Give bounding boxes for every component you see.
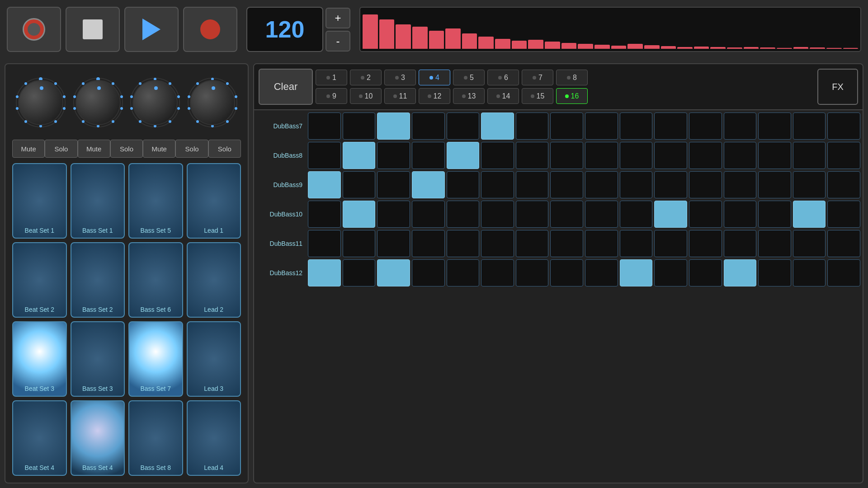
step-cell[interactable] [793, 201, 826, 228]
bpm-minus-button[interactable]: - [326, 31, 350, 52]
step-cell[interactable] [585, 113, 618, 140]
step-cell[interactable] [585, 230, 618, 257]
step-cell[interactable] [724, 113, 757, 140]
pad-bass-set-2[interactable]: Bass Set 2 [71, 242, 125, 318]
step-cell[interactable] [827, 113, 860, 140]
step-btn-3[interactable]: 3 [384, 70, 416, 85]
step-cell[interactable] [689, 171, 722, 198]
step-cell[interactable] [412, 201, 445, 228]
step-btn-16[interactable]: 16 [556, 88, 588, 104]
pad-lead-2[interactable]: Lead 2 [187, 242, 241, 318]
knob-4[interactable] [190, 80, 235, 125]
step-cell[interactable] [793, 142, 826, 169]
step-cell[interactable] [724, 230, 757, 257]
step-btn-11[interactable]: 11 [384, 88, 416, 104]
step-cell[interactable] [654, 230, 687, 257]
step-cell[interactable] [620, 230, 653, 257]
step-cell[interactable] [689, 142, 722, 169]
step-cell[interactable] [758, 171, 791, 198]
knob-1[interactable] [18, 80, 63, 125]
step-cell[interactable] [308, 171, 341, 198]
step-cell[interactable] [308, 113, 341, 140]
step-cell[interactable] [447, 259, 480, 286]
record-button[interactable] [7, 7, 61, 52]
step-cell[interactable] [377, 201, 410, 228]
step-cell[interactable] [412, 259, 445, 286]
pad-bass-set-4[interactable]: Bass Set 4 [71, 400, 125, 476]
step-cell[interactable] [689, 201, 722, 228]
step-cell[interactable] [654, 201, 687, 228]
step-cell[interactable] [724, 259, 757, 286]
step-cell[interactable] [377, 142, 410, 169]
pad-beat-set-1[interactable]: Beat Set 1 [12, 163, 67, 239]
step-cell[interactable] [377, 230, 410, 257]
step-cell[interactable] [343, 113, 376, 140]
pad-beat-set-3[interactable]: Beat Set 3 [12, 321, 67, 397]
step-cell[interactable] [793, 230, 826, 257]
knob-2-container[interactable] [71, 75, 125, 130]
step-cell[interactable] [724, 201, 757, 228]
mute-button-1[interactable]: Mute [12, 140, 45, 158]
solo-button-3[interactable]: Solo [175, 140, 208, 158]
play-button[interactable] [124, 7, 179, 52]
step-cell[interactable] [447, 201, 480, 228]
pad-bass-set-3[interactable]: Bass Set 3 [71, 321, 125, 397]
arm-button[interactable] [183, 7, 237, 52]
solo-button-4[interactable]: Solo [208, 140, 241, 158]
step-cell[interactable] [481, 259, 514, 286]
step-cell[interactable] [516, 201, 549, 228]
step-cell[interactable] [308, 201, 341, 228]
step-cell[interactable] [550, 113, 583, 140]
step-cell[interactable] [343, 171, 376, 198]
step-cell[interactable] [308, 230, 341, 257]
step-cell[interactable] [689, 113, 722, 140]
stop-button[interactable] [66, 7, 120, 52]
step-btn-15[interactable]: 15 [522, 88, 553, 104]
step-cell[interactable] [516, 171, 549, 198]
solo-button-2[interactable]: Solo [110, 140, 143, 158]
step-cell[interactable] [724, 171, 757, 198]
pad-bass-set-6[interactable]: Bass Set 6 [128, 242, 183, 318]
step-cell[interactable] [550, 201, 583, 228]
solo-button-1[interactable]: Solo [45, 140, 77, 158]
step-cell[interactable] [308, 259, 341, 286]
pad-lead-3[interactable]: Lead 3 [187, 321, 241, 397]
clear-button[interactable]: Clear [259, 69, 313, 105]
knob-4-container[interactable] [185, 75, 240, 130]
step-cell[interactable] [620, 259, 653, 286]
step-cell[interactable] [758, 113, 791, 140]
pad-bass-set-8[interactable]: Bass Set 8 [128, 400, 183, 476]
pad-bass-set-1[interactable]: Bass Set 1 [71, 163, 125, 239]
step-cell[interactable] [343, 230, 376, 257]
step-cell[interactable] [516, 142, 549, 169]
step-cell[interactable] [343, 201, 376, 228]
step-cell[interactable] [585, 142, 618, 169]
step-cell[interactable] [827, 201, 860, 228]
step-cell[interactable] [620, 171, 653, 198]
step-cell[interactable] [412, 113, 445, 140]
step-btn-5[interactable]: 5 [453, 70, 485, 85]
step-cell[interactable] [516, 259, 549, 286]
step-cell[interactable] [308, 142, 341, 169]
step-cell[interactable] [654, 259, 687, 286]
pad-beat-set-4[interactable]: Beat Set 4 [12, 400, 67, 476]
step-cell[interactable] [758, 259, 791, 286]
step-cell[interactable] [516, 113, 549, 140]
bpm-display[interactable]: 120 [246, 7, 323, 52]
step-cell[interactable] [481, 171, 514, 198]
step-btn-2[interactable]: 2 [350, 70, 382, 85]
step-cell[interactable] [481, 113, 514, 140]
step-cell[interactable] [412, 171, 445, 198]
knob-3[interactable] [132, 80, 178, 125]
step-cell[interactable] [827, 230, 860, 257]
step-cell[interactable] [377, 171, 410, 198]
step-cell[interactable] [724, 142, 757, 169]
pad-lead-4[interactable]: Lead 4 [187, 400, 241, 476]
step-cell[interactable] [758, 230, 791, 257]
step-btn-1[interactable]: 1 [316, 70, 347, 85]
step-btn-10[interactable]: 10 [350, 88, 382, 104]
step-cell[interactable] [654, 171, 687, 198]
step-cell[interactable] [758, 201, 791, 228]
pad-bass-set-5[interactable]: Bass Set 5 [128, 163, 183, 239]
mute-button-3[interactable]: Mute [143, 140, 175, 158]
